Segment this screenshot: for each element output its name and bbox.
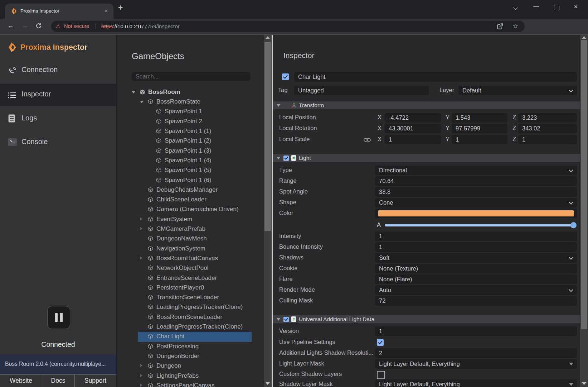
scroll-up-icon[interactable] — [582, 36, 586, 39]
tree-item[interactable]: PostProcessing — [117, 342, 264, 352]
chevron-collapsed-icon[interactable] — [140, 374, 142, 377]
tree-item[interactable]: SettingsPanelCanvas — [117, 381, 264, 387]
share-icon[interactable] — [497, 23, 504, 31]
tab-search-chevron-icon[interactable] — [514, 6, 518, 10]
tag-field[interactable]: Untagged — [294, 86, 429, 95]
dropdown-field[interactable]: Directional — [375, 166, 577, 175]
layer-dropdown[interactable]: Default — [458, 86, 577, 95]
tree-item[interactable]: EntranceSceneLoader — [117, 273, 264, 283]
chevron-collapsed-icon[interactable] — [140, 217, 142, 221]
scroll-down-icon[interactable] — [582, 382, 586, 385]
tree-item[interactable]: DungeonNavMesh — [117, 234, 264, 244]
window-maximize-button[interactable] — [554, 5, 559, 10]
component-header-universal-additional-light-data[interactable]: # Universal Additional Light Data — [273, 315, 580, 323]
use-pipeline-settings-checkbox[interactable] — [377, 339, 384, 346]
scrollbar-thumb[interactable] — [264, 42, 271, 231]
tree-item[interactable]: SpawnPoint 1 (6) — [117, 176, 264, 185]
not-secure-label[interactable]: Not secure — [64, 23, 89, 29]
custom-shadow-layers-checkbox[interactable] — [377, 371, 385, 379]
y-value-field[interactable]: 1.543 — [452, 113, 507, 123]
z-value-field[interactable]: 1 — [518, 135, 577, 144]
tree-item[interactable]: LoadingProgressTracker(Clone) — [117, 322, 264, 332]
value-field[interactable]: 2 — [375, 348, 577, 358]
gameobject-enabled-checkbox[interactable] — [282, 73, 289, 80]
bookmark-star-icon[interactable]: ☆ — [512, 22, 518, 30]
tree-item[interactable]: BossRoom — [117, 87, 264, 97]
tree-item[interactable]: Camera (Cinemachine Driven) — [117, 205, 264, 214]
value-field[interactable]: 1 — [375, 242, 577, 252]
value-field[interactable]: 1 — [375, 231, 577, 241]
collapse-arrow-icon[interactable] — [277, 104, 280, 107]
collapse-arrow-icon[interactable] — [277, 157, 280, 159]
tree-item[interactable]: SpawnPoint 1 (4) — [117, 156, 264, 166]
value-field[interactable]: None (Texture) — [375, 264, 577, 273]
reload-button[interactable] — [35, 23, 42, 30]
value-field[interactable]: 38.8 — [375, 187, 577, 197]
alpha-slider-track[interactable] — [385, 224, 574, 226]
tree-item[interactable]: EventSystem — [117, 215, 264, 224]
tree-item[interactable]: Char Light — [117, 332, 264, 341]
pause-button[interactable] — [47, 306, 70, 329]
chevron-collapsed-icon[interactable] — [140, 364, 142, 367]
sidebar-item-logs[interactable]: Logs — [0, 108, 116, 130]
component-header-transform[interactable]: Transform — [273, 101, 580, 109]
y-value-field[interactable]: 1 — [452, 135, 507, 144]
tree-item[interactable]: SpawnPoint 1 (1) — [117, 126, 264, 136]
y-value-field[interactable]: 97.57999 — [452, 124, 507, 133]
tree-item[interactable]: DebugCheatsManager — [117, 185, 264, 195]
dropdown-field[interactable]: Cone — [375, 198, 577, 207]
mask-dropdown-field[interactable]: Light Layer Default, Everything — [375, 379, 577, 387]
color-field[interactable] — [375, 209, 577, 218]
url-text[interactable]: https://10.0.0.216:7759/inspector — [101, 23, 180, 29]
x-value-field[interactable]: 1 — [385, 135, 441, 144]
value-field[interactable]: 70.64 — [375, 176, 577, 186]
dropdown-field[interactable]: Auto — [375, 285, 577, 295]
chevron-collapsed-icon[interactable] — [140, 256, 142, 260]
scrollbar-thumb[interactable] — [581, 40, 587, 329]
tree-item[interactable]: TransitionSceneLoader — [117, 293, 264, 302]
sidebar-item-connection[interactable]: Connection — [0, 59, 116, 82]
component-enabled-checkbox[interactable] — [283, 317, 289, 322]
tree-item[interactable]: ChildSceneLoader — [117, 195, 264, 205]
color-swatch[interactable] — [378, 210, 574, 216]
window-minimize-button[interactable]: — — [533, 3, 539, 9]
tree-item[interactable]: LoadingProgressTracker(Clone) — [117, 302, 264, 312]
dropdown-field[interactable]: Soft — [375, 253, 577, 263]
footer-link-website[interactable]: Website — [0, 375, 42, 387]
value-field[interactable]: 1 — [375, 326, 577, 336]
value-field[interactable]: None (Flare) — [375, 274, 577, 284]
footer-link-docs[interactable]: Docs — [42, 375, 75, 387]
link-icon[interactable] — [364, 137, 371, 144]
sidebar-item-inspector[interactable]: Inspector — [0, 84, 116, 106]
scroll-down-icon[interactable] — [266, 382, 270, 385]
alpha-slider-thumb[interactable] — [570, 222, 577, 228]
search-input[interactable] — [131, 72, 251, 81]
tree-item[interactable]: CMCameraPrefab — [117, 224, 264, 234]
chevron-collapsed-icon[interactable] — [140, 227, 142, 230]
tree-item[interactable]: BossRoomHudCanvas — [117, 254, 264, 263]
mask-dropdown-field[interactable]: Light Layer Default, Everything — [375, 359, 577, 369]
collapse-arrow-icon[interactable] — [277, 318, 280, 321]
chevron-collapsed-icon[interactable] — [140, 383, 142, 387]
z-value-field[interactable]: 343.02 — [518, 124, 577, 133]
tree-item[interactable]: NavigationSystem — [117, 244, 264, 254]
tree-item[interactable]: DungeonBorder — [117, 352, 264, 361]
new-tab-button[interactable]: + — [118, 3, 123, 13]
forward-button[interactable]: → — [21, 22, 28, 30]
window-close-button[interactable]: × — [574, 3, 578, 10]
component-enabled-checkbox[interactable] — [283, 156, 289, 161]
inspector-scrollbar[interactable] — [580, 34, 588, 387]
tree-item[interactable]: SpawnPoint 1 (5) — [117, 166, 264, 175]
gameobject-name-field[interactable]: Char Light — [294, 72, 577, 82]
tree-item[interactable]: SpawnPoint 2 — [117, 117, 264, 126]
browser-tab[interactable]: Proxima Inspector × — [5, 4, 113, 19]
tree-item[interactable]: SpawnPoint 1 — [117, 107, 264, 116]
tab-close-icon[interactable]: × — [105, 8, 108, 14]
value-field[interactable]: 72 — [375, 296, 577, 306]
tree-item[interactable]: NetworkObjectPool — [117, 263, 264, 273]
x-value-field[interactable]: -4.4722 — [385, 113, 441, 123]
address-bar[interactable]: ⚠ Not secure https://10.0.0.216:7759/ins… — [51, 21, 525, 32]
tree-item[interactable]: BossRoomState — [117, 97, 264, 107]
tree-item[interactable]: BossRoomSceneLoader — [117, 312, 264, 322]
chevron-expanded-icon[interactable] — [132, 91, 135, 94]
